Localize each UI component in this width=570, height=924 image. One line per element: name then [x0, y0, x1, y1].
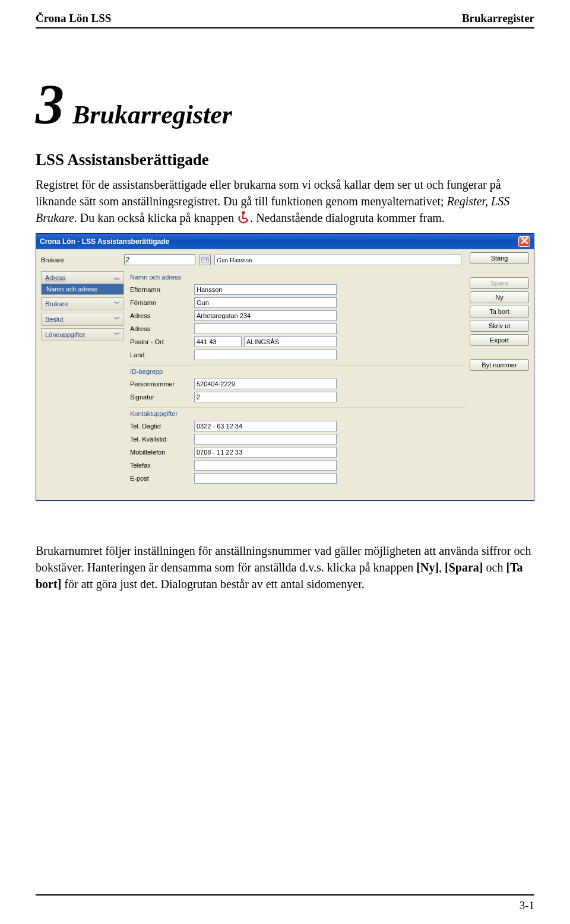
input-land[interactable]	[194, 350, 337, 360]
brukare-selector-row: Brukare	[41, 254, 529, 265]
label-adress: Adress	[129, 312, 194, 319]
label-epost: E-post	[129, 475, 194, 482]
para1-b: . Du kan också klicka på knappen	[74, 211, 237, 224]
nav-brukare-header[interactable]: Brukare ︾	[42, 298, 124, 310]
para1-a: Registret för de assistansberättigade el…	[36, 178, 501, 208]
label-postnr-ort: Postnr - Ort	[129, 338, 194, 345]
close-button[interactable]	[518, 236, 530, 247]
label-tel-dagtid: Tel. Dagtid	[129, 423, 194, 430]
chevron-down-icon: ︾	[114, 315, 120, 323]
nav-adress-label: Adress	[45, 274, 65, 281]
nav-loneuppgifter-header[interactable]: Löneuppgifter ︾	[42, 329, 124, 341]
input-efternamn[interactable]	[194, 284, 337, 295]
svg-point-0	[242, 211, 245, 215]
input-epost[interactable]	[194, 473, 337, 484]
input-postnr[interactable]	[194, 336, 242, 347]
group-id-begrepp: ID-begrepp	[129, 365, 465, 377]
input-tel-dagtid[interactable]	[194, 421, 337, 431]
nav-loneuppgifter-label: Löneuppgifter	[45, 331, 85, 338]
nav-beslut-label: Beslut	[45, 316, 64, 323]
para2-c2: och	[483, 561, 506, 574]
intro-paragraph: Registret för de assistansberättigade el…	[36, 176, 534, 226]
nav-brukare-label: Brukare	[45, 300, 68, 307]
input-mobiltelefon[interactable]	[194, 447, 337, 458]
brukare-name-display[interactable]	[214, 255, 461, 265]
input-telefax[interactable]	[194, 460, 337, 471]
close-icon	[521, 237, 528, 245]
bytnummer-button[interactable]: Byt nummer	[470, 359, 529, 371]
page-header: Črona Lön LSS Brukarregister	[36, 12, 534, 28]
lookup-button[interactable]	[199, 255, 211, 265]
input-ort[interactable]	[244, 336, 337, 347]
chapter-title: Brukarregister	[72, 100, 232, 130]
brukare-label: Brukare	[41, 256, 121, 263]
accessibility-icon	[237, 211, 250, 224]
section-title: LSS Assistansberättigade	[36, 151, 534, 169]
svg-rect-2	[202, 258, 204, 261]
label-land: Land	[129, 351, 194, 358]
label-personnummer: Personnummer	[129, 380, 194, 388]
chapter-number: 3	[36, 76, 64, 133]
label-efternamn: Efternamn	[129, 286, 194, 293]
side-navigation: Adress ︽ Namn och adress Brukare ︾ B	[41, 271, 124, 496]
chevron-down-icon: ︾	[114, 300, 120, 308]
nav-brukare-panel: Brukare ︾	[41, 297, 124, 310]
chevron-down-icon: ︾	[114, 331, 120, 339]
page-footer: 3-1	[36, 894, 534, 912]
tabort-button[interactable]: Ta bort	[470, 306, 529, 317]
card-icon	[201, 256, 209, 263]
nav-beslut-panel: Beslut ︾	[41, 313, 124, 326]
nav-adress-header[interactable]: Adress ︽	[42, 272, 124, 284]
chevron-up-icon: ︽	[114, 274, 120, 282]
nav-adress-panel: Adress ︽ Namn och adress	[41, 271, 124, 295]
para2-b2: [Spara]	[445, 561, 483, 574]
skrivut-button[interactable]: Skriv ut	[470, 320, 529, 332]
label-tel-kvallstid: Tel. Kvällstid	[129, 436, 194, 443]
ny-button[interactable]: Ny	[470, 291, 529, 303]
nav-adress-sub[interactable]: Namn och adress	[42, 284, 124, 294]
label-mobiltelefon: Mobiltelefon	[129, 449, 194, 456]
label-signatur: Signatur	[129, 393, 194, 401]
label-adress2: Adress	[129, 325, 194, 332]
page-number: 3-1	[520, 899, 534, 912]
closing-paragraph: Brukarnumret följer inställningen för an…	[36, 542, 534, 592]
button-column: Stäng Spara Ny Ta bort Skriv ut Export B…	[470, 271, 529, 496]
input-tel-kvallstid[interactable]	[194, 434, 337, 444]
para2-c1: ,	[439, 561, 445, 574]
para1-c: . Nedanstående dialogruta kommer fram.	[250, 211, 445, 224]
stang-button[interactable]: Stäng	[470, 252, 529, 264]
nav-beslut-header[interactable]: Beslut ︾	[42, 313, 124, 325]
nav-loneuppgifter-panel: Löneuppgifter ︾	[41, 328, 124, 341]
group-kontaktuppgifter: Kontaktuppgifter	[129, 407, 465, 420]
group-namn-adress: Namn och adress	[129, 271, 465, 283]
spara-button[interactable]: Spara	[470, 277, 529, 289]
app-window: Crona Lön - LSS Assistansberättigade Bru…	[36, 233, 534, 501]
window-body: Brukare	[36, 249, 534, 500]
label-fornamn: Förnamn	[129, 299, 194, 306]
window-titlebar: Crona Lön - LSS Assistansberättigade	[36, 234, 534, 249]
input-adress2[interactable]	[194, 323, 337, 334]
input-personnummer[interactable]	[194, 379, 337, 389]
header-right: Brukarregister	[462, 12, 534, 25]
window-title: Crona Lön - LSS Assistansberättigade	[40, 237, 169, 246]
input-adress[interactable]	[194, 310, 337, 321]
para2-b1: [Ny]	[416, 561, 439, 574]
input-fornamn[interactable]	[194, 297, 337, 308]
chapter-heading: 3 Brukarregister	[36, 76, 534, 133]
export-button[interactable]: Export	[470, 334, 529, 346]
form-panel: Namn och adress Efternamn Förnamn Adress…	[129, 271, 465, 496]
brukare-number-input[interactable]	[124, 254, 195, 265]
para2-d: för att göra just det. Dialogrutan bestå…	[61, 577, 364, 590]
header-left: Črona Lön LSS	[36, 12, 111, 25]
label-telefax: Telefax	[129, 462, 194, 469]
input-signatur[interactable]	[194, 392, 337, 402]
